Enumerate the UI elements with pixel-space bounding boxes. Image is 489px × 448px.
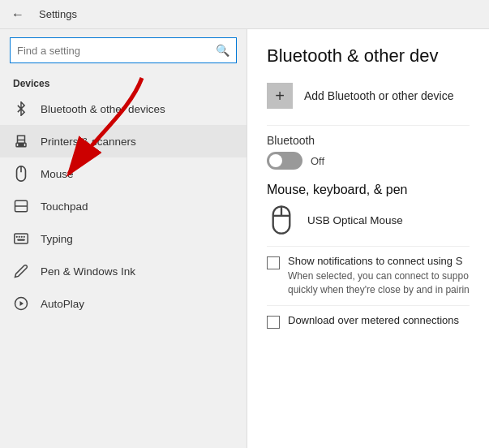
svg-rect-6 <box>15 234 28 243</box>
svg-rect-1 <box>19 144 24 146</box>
mouse-nav-icon <box>13 166 29 182</box>
sidebar-item-bluetooth[interactable]: Bluetooth & other devices <box>0 93 247 125</box>
divider-2 <box>267 246 470 247</box>
bluetooth-icon <box>13 101 29 117</box>
download-checkbox-row: Download over metered connections <box>267 314 470 329</box>
divider-1 <box>267 125 470 126</box>
pen-icon <box>13 263 29 279</box>
download-checkbox-label: Download over metered connections <box>288 314 459 326</box>
add-device-row: + Add Bluetooth or other device <box>267 83 470 109</box>
mouse-section-heading: Mouse, keyboard, & pen <box>267 183 470 197</box>
content-panel: Bluetooth & other dev + Add Bluetooth or… <box>247 29 489 448</box>
title-bar: ← Settings <box>0 0 489 29</box>
bluetooth-label: Bluetooth <box>267 134 470 147</box>
svg-marker-13 <box>20 301 24 306</box>
sidebar-item-touchpad-label: Touchpad <box>41 200 88 213</box>
sidebar-item-touchpad[interactable]: Touchpad <box>0 190 247 222</box>
search-box[interactable]: 🔍 <box>10 37 237 63</box>
content-title: Bluetooth & other dev <box>267 45 470 67</box>
notification-checkbox-row: Show notifications to connect using S Wh… <box>267 255 470 297</box>
bluetooth-toggle[interactable] <box>267 152 302 170</box>
back-button[interactable]: ← <box>10 6 26 23</box>
bluetooth-section: Bluetooth Off <box>267 134 470 170</box>
add-device-label: Add Bluetooth or other device <box>304 89 453 102</box>
sidebar-item-typing-label: Typing <box>41 233 73 245</box>
divider-3 <box>267 305 470 306</box>
mouse-device-row: USB Optical Mouse <box>267 205 470 235</box>
touchpad-icon <box>13 198 29 214</box>
sidebar-item-autoplay[interactable]: AutoPlay <box>0 287 247 320</box>
mouse-device-icon <box>267 205 296 235</box>
sidebar: 🔍 Devices Bluetooth & other devices <box>0 29 247 448</box>
sidebar-item-typing[interactable]: Typing <box>0 222 247 255</box>
printer-icon <box>13 133 29 149</box>
sidebar-item-pen-label: Pen & Windows Ink <box>41 265 135 278</box>
search-input[interactable] <box>17 45 216 57</box>
sidebar-item-bluetooth-label: Bluetooth & other devices <box>41 103 165 115</box>
search-icon: 🔍 <box>216 44 229 57</box>
notification-checkbox-desc: When selected, you can connect to suppo … <box>288 269 470 297</box>
typing-icon <box>13 230 29 247</box>
autoplay-icon <box>13 295 29 312</box>
notification-checkbox-label: Show notifications to connect using S <box>288 255 470 267</box>
sidebar-item-autoplay-label: AutoPlay <box>41 298 84 310</box>
bluetooth-status: Off <box>311 155 324 167</box>
mouse-device-name: USB Optical Mouse <box>307 214 403 226</box>
plus-icon: + <box>275 87 285 106</box>
devices-section-label: Devices <box>0 75 247 93</box>
window-title: Settings <box>39 8 77 20</box>
sidebar-item-printers-label: Printers & scanners <box>41 136 136 148</box>
download-checkbox[interactable] <box>267 316 280 329</box>
sidebar-item-printers[interactable]: Printers & scanners <box>0 125 247 157</box>
sidebar-item-mouse-label: Mouse <box>41 168 74 180</box>
notification-checkbox[interactable] <box>267 256 280 269</box>
sidebar-item-mouse[interactable]: Mouse <box>0 157 247 190</box>
bluetooth-toggle-row: Off <box>267 152 470 170</box>
sidebar-item-pen[interactable]: Pen & Windows Ink <box>0 255 247 287</box>
add-device-button[interactable]: + <box>267 83 293 109</box>
notification-text-block: Show notifications to connect using S Wh… <box>288 255 470 297</box>
main-layout: 🔍 Devices Bluetooth & other devices <box>0 29 489 448</box>
